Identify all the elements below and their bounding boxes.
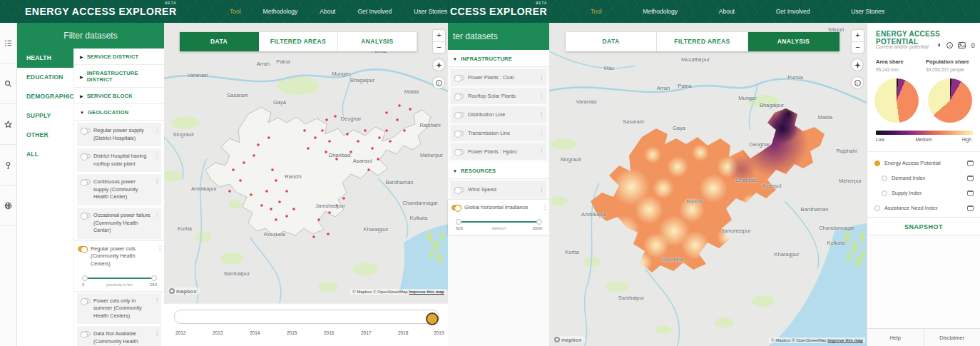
dataset-item[interactable]: Transmission Line ⋮ [451, 125, 546, 141]
dataset-item-ghi-active[interactable]: Global horizontal Irradiance ⋮ 500 kWh/m… [448, 200, 549, 235]
dataset-toggle[interactable] [81, 298, 91, 304]
dataset-toggle[interactable] [81, 331, 91, 337]
map-style-button[interactable] [852, 59, 863, 71]
nav-about[interactable]: About [320, 8, 335, 15]
sidebar-item-favorites[interactable] [0, 104, 16, 145]
zoom-out-button[interactable]: − [852, 41, 864, 53]
export-icon[interactable] [967, 205, 974, 211]
kebab-menu-icon[interactable]: ⋮ [157, 245, 161, 252]
dataset-toggle[interactable] [81, 153, 91, 159]
tab-filtered-areas[interactable]: FILTERED AREAS [657, 32, 748, 51]
tab-analysis[interactable]: ANALYSIS [748, 32, 839, 51]
export-icon[interactable] [967, 190, 974, 196]
sidebar-item-region[interactable] [0, 185, 16, 226]
kebab-menu-icon[interactable]: ⋮ [154, 212, 158, 218]
nav-tool[interactable]: Tool [591, 8, 602, 15]
sidebar-item-datasets[interactable] [0, 23, 16, 63]
disclaimer-button[interactable]: Disclaimer [924, 329, 980, 346]
map-data-view[interactable]: VaranasiArrahPatnaPurniaMungerBhagalpurM… [164, 23, 448, 303]
index-option[interactable]: Supply Index [867, 185, 980, 200]
dataset-item[interactable]: Regular power supply (District Hospitals… [77, 123, 161, 146]
dataset-item[interactable]: Continuous power supply (Community Healt… [77, 174, 161, 205]
tab-data[interactable]: DATA [566, 32, 657, 51]
category-item[interactable]: DEMOGRAPHICS [17, 87, 73, 106]
nav-get-involved[interactable]: Get Involved [357, 8, 392, 15]
category-item[interactable]: SUPPLY [17, 106, 73, 126]
dataset-item-active[interactable]: Regular power cuts (Community Health Cen… [74, 241, 164, 291]
image-icon[interactable] [958, 42, 966, 49]
app-logo[interactable]: ENERGY ACCESS EXPLORER BETA [25, 6, 177, 17]
kebab-menu-icon[interactable]: ⋮ [539, 186, 543, 193]
code-icon[interactable]: { } [971, 41, 974, 49]
dataset-toggle[interactable] [454, 149, 464, 155]
improve-map-link[interactable]: Improve this map [409, 290, 444, 294]
dataset-item[interactable]: Occasional power failure (Community Heal… [77, 208, 161, 239]
sidebar-item-search[interactable] [0, 63, 16, 104]
export-icon[interactable] [967, 161, 974, 166]
snapshot-button[interactable]: SNAPSHOT [867, 217, 980, 235]
index-option[interactable]: Assistance Need Index [867, 200, 980, 215]
radio-icon[interactable] [874, 205, 880, 211]
dataset-item[interactable]: Power cuts only in summer (Community Hea… [77, 293, 161, 325]
nav-methodology[interactable]: Methodology [263, 8, 298, 15]
dataset-group-service-district[interactable]: SERVICE DISTRICT [74, 49, 164, 65]
nav-methodology[interactable]: Methodology [643, 8, 678, 15]
kebab-menu-icon[interactable]: ⋮ [539, 93, 543, 99]
dataset-toggle[interactable] [454, 93, 464, 99]
improve-map-link[interactable]: Improve this map [827, 338, 863, 342]
nav-about[interactable]: About [719, 8, 735, 15]
radio-icon[interactable] [882, 190, 887, 196]
info-icon[interactable]: i [946, 42, 953, 49]
tab-analysis[interactable]: ANALYSIS [338, 32, 417, 51]
map-info-button[interactable]: i [852, 77, 863, 88]
dataset-item[interactable]: Data Not Available (Community Health Cen… [77, 326, 161, 346]
dataset-toggle-on[interactable] [451, 205, 461, 210]
proximity-slider[interactable]: 0 proximity in km 250 [82, 275, 157, 285]
map-style-button[interactable] [433, 59, 444, 71]
mapbox-logo[interactable]: mapbox [168, 288, 200, 295]
kebab-menu-icon[interactable]: ⋮ [154, 297, 158, 304]
category-item[interactable]: EDUCATION [17, 68, 73, 87]
dataset-toggle[interactable] [454, 187, 464, 193]
dataset-item[interactable]: Distribution Line ⋮ [451, 106, 546, 123]
dataset-item[interactable]: Power Plants : Hydro ⋮ [451, 143, 546, 160]
map-analysis-view[interactable]: SiliguriMauMuzaffarpurPurniaVaranasiArra… [549, 23, 867, 346]
dataset-toggle[interactable] [81, 128, 91, 133]
slider-track[interactable] [85, 278, 154, 279]
kebab-menu-icon[interactable]: ⋮ [542, 204, 546, 210]
nav-user-stories[interactable]: User Stories [414, 8, 447, 15]
export-icon[interactable] [967, 175, 974, 181]
dataset-group-infrastructure-district[interactable]: INFRASTRUCTURE DISTRICT [74, 65, 164, 88]
dataset-item[interactable]: Rooftop Solar Plants ⋮ [451, 88, 546, 104]
index-option[interactable]: Demand Index [867, 171, 980, 185]
index-option[interactable]: Energy Access Potential [867, 156, 980, 171]
radio-icon[interactable] [874, 161, 880, 166]
mapbox-logo[interactable]: mapbox [553, 336, 586, 343]
irradiance-slider[interactable]: 500 kWh/m² 2000 [456, 219, 542, 229]
sidebar-item-location[interactable] [0, 145, 16, 185]
contrast-icon[interactable]: ◐ [937, 41, 941, 49]
dataset-toggle[interactable] [454, 131, 464, 136]
slider-handle-min[interactable] [456, 219, 461, 225]
slider-handle-min[interactable] [82, 275, 88, 281]
kebab-menu-icon[interactable]: ⋮ [154, 153, 158, 159]
tab-filtered-areas[interactable]: FILTERED AREAS [259, 32, 338, 51]
dataset-toggle[interactable] [454, 75, 464, 81]
map-info-button[interactable]: i [433, 77, 444, 88]
timeline-track[interactable] [174, 310, 439, 324]
section-infrastructure[interactable]: INFRASTRUCTURE [448, 50, 549, 67]
dataset-toggle-on[interactable] [78, 246, 88, 252]
kebab-menu-icon[interactable]: ⋮ [154, 330, 158, 337]
zoom-in-button[interactable]: + [852, 30, 864, 41]
dataset-item-wind[interactable]: Wind Speed ⋮ [451, 181, 546, 198]
dataset-toggle[interactable] [81, 213, 91, 218]
dataset-item[interactable]: Power Plants : Coal ⋮ [451, 69, 546, 86]
kebab-menu-icon[interactable]: ⋮ [539, 148, 543, 155]
category-item[interactable]: HEALTH [17, 49, 73, 68]
kebab-menu-icon[interactable]: ⋮ [539, 74, 543, 81]
tab-data[interactable]: DATA [180, 32, 259, 51]
category-item[interactable]: ALL [17, 145, 73, 164]
radio-icon[interactable] [882, 175, 887, 181]
slider-track[interactable] [459, 221, 539, 223]
zoom-in-button[interactable]: + [433, 30, 445, 41]
